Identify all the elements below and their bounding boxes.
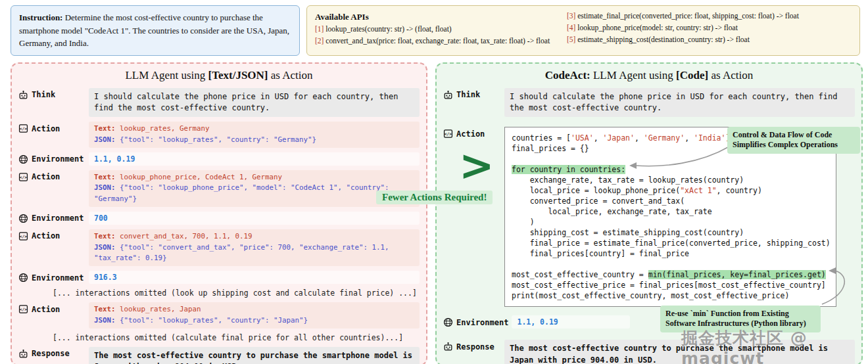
svg-text:</>: </> [445, 132, 452, 137]
api-index: [5] [567, 35, 575, 43]
json-prefix: JSON: [94, 243, 116, 252]
think-label: Think [456, 90, 480, 99]
environment-label: Environment [32, 214, 84, 223]
title-bold: [Text/JSON] [208, 69, 268, 81]
api-item-2: [2] convert_and_tax(price: float, exchan… [315, 35, 558, 47]
json-prefix: JSON: [94, 135, 116, 144]
environment-value: 700 [89, 212, 420, 225]
robot-icon [18, 349, 28, 359]
svg-text:</>: </> [20, 307, 28, 311]
text-prefix: Text: [94, 124, 116, 133]
top-row: Instruction: Determine the most cost-eff… [11, 5, 860, 56]
main-row: LLM Agent using [Text/JSON] as Action Th… [11, 62, 863, 364]
action-row: </> Action Text: lookup_rates, Germany J… [18, 122, 420, 147]
text-value: lookup_rates, Japan [116, 305, 201, 313]
text-prefix: Text: [94, 232, 116, 240]
action-content: Text: lookup_rates, Germany JSON: {"tool… [89, 122, 420, 147]
response-label: Response [32, 349, 70, 358]
codeact-figure: Instruction: Determine the most cost-eff… [0, 0, 868, 364]
title-bold: CodeAct: [545, 69, 591, 81]
response-label: Response [456, 342, 494, 352]
environment-row: Environment 1.1, 0.19 [18, 152, 420, 166]
action-label: Action [32, 172, 60, 181]
environment-value: 1.1, 0.19 [89, 152, 420, 166]
globe-icon [18, 154, 28, 164]
action-row: </> Action Text: convert_and_tax, 700, 1… [18, 229, 420, 266]
action-content: Text: lookup_rates, Japan JSON: {"tool":… [89, 302, 420, 328]
action-content: Text: convert_and_tax, 700, 1.1, 0.19 JS… [89, 229, 420, 266]
environment-row: Environment 700 [18, 212, 420, 225]
action-json-line: JSON: {"tool": "lookup_rates", "country"… [94, 135, 414, 146]
action-content: Text: lookup_phone_price, CodeAct 1, Ger… [89, 170, 420, 207]
svg-text:</>: </> [20, 175, 28, 179]
think-row: Think I should calculate the phone price… [443, 88, 855, 118]
action-label: Action [32, 231, 60, 240]
robot-icon [18, 90, 28, 100]
json-value: {"tool": "lookup_rates", "country": "Jap… [116, 316, 308, 325]
watermark: 掘金技术社区 @ magicwt [681, 327, 868, 364]
action-json-line: JSON: {"tool": "lookup_phone_price", "mo… [94, 183, 414, 204]
environment-value: 916.3 [89, 271, 420, 284]
robot-icon [443, 342, 453, 352]
globe-icon [18, 214, 28, 223]
environment-label-group: Environment [443, 315, 508, 327]
action-label: Action [32, 124, 60, 133]
text-value: lookup_rates, Germany [116, 124, 210, 133]
api-index: [2] [315, 37, 324, 45]
instruction-box: Instruction: Determine the most cost-eff… [11, 5, 300, 56]
action-json-line: JSON: {"tool": "convert_and_tax", "price… [94, 242, 414, 264]
environment-label-group: Environment [18, 271, 85, 283]
omitted-note: [... interactions omitted (calculate fin… [18, 333, 420, 342]
api-index: [4] [567, 24, 575, 32]
api-signature: estimate_final_price(converted_price: fl… [575, 12, 799, 20]
json-prefix: JSON: [94, 316, 116, 325]
text-prefix: Text: [94, 173, 116, 181]
api-index: [1] [315, 25, 324, 33]
environment-value: 1.1, 0.19 [512, 315, 630, 329]
codeact-agent-panel: CodeAct: LLM Agent using [Code] as Actio… [435, 62, 863, 364]
json-prefix: JSON: [94, 183, 116, 192]
think-label-group: Think [443, 88, 501, 100]
code-icon: </> [18, 172, 28, 182]
json-value: {"tool": "lookup_phone_price", "model": … [94, 183, 389, 203]
action-row: </> Action Text: lookup_rates, Japan JSO… [18, 302, 420, 328]
think-text: I should calculate the phone price in US… [504, 88, 855, 118]
text-prefix: Text: [94, 305, 116, 313]
action-label-group: </> Action [443, 127, 501, 139]
action-text-line: Text: lookup_rates, Germany [94, 124, 414, 135]
api-signature: lookup_phone_price(model: str, country: … [575, 24, 738, 32]
code-icon: </> [443, 129, 453, 139]
apis-column-left: Available APIs [1] lookup_rates(country:… [315, 11, 558, 51]
action-text-line: Text: convert_and_tax, 700, 1.1, 0.19 [94, 231, 414, 242]
action-label-group: </> Action [18, 302, 85, 314]
action-label: Action [32, 305, 60, 314]
globe-icon [18, 273, 28, 283]
action-label-group: </> Action [18, 229, 85, 241]
api-item-1: [1] lookup_rates(country: str) -> (float… [315, 24, 558, 35]
action-json-line: JSON: {"tool": "lookup_rates", "country"… [94, 315, 414, 327]
api-signature: estimate_shipping_cost(destination_count… [575, 35, 750, 43]
api-signature: convert_and_tax(price: float, exchange_r… [324, 37, 550, 45]
code-icon: </> [18, 231, 28, 241]
think-label-group: Think [18, 88, 85, 100]
greater-than-symbol: > [459, 145, 494, 187]
robot-icon [443, 90, 453, 100]
think-label: Think [32, 90, 55, 99]
code-block: countries = ['USA', 'Japan', 'Germany', … [504, 127, 836, 307]
title-text: LLM Agent using [125, 69, 208, 81]
apis-title: Available APIs [315, 11, 558, 24]
environment-label-group: Environment [18, 152, 85, 164]
environment-label: Environment [456, 318, 508, 327]
text-json-agent-panel: LLM Agent using [Text/JSON] as Action Th… [11, 62, 427, 364]
environment-label-group: Environment [18, 212, 85, 223]
action-label-group: </> Action [18, 122, 85, 133]
action-text-line: Text: lookup_phone_price, CodeAct 1, Ger… [94, 172, 414, 183]
api-item-4: [4] lookup_phone_price(model: str, count… [567, 22, 852, 34]
right-panel-title: CodeAct: LLM Agent using [Code] as Actio… [443, 69, 855, 82]
apis-box: Available APIs [1] lookup_rates(country:… [306, 5, 860, 56]
api-item-3: [3] estimate_final_price(converted_price… [567, 11, 852, 22]
omitted-note: [... interactions omitted (look up shipp… [18, 288, 420, 298]
title-text: as Action [268, 69, 313, 81]
think-row: Think I should calculate the phone price… [18, 88, 420, 118]
fewer-actions-badge: Fewer Actions Required! [376, 191, 493, 204]
